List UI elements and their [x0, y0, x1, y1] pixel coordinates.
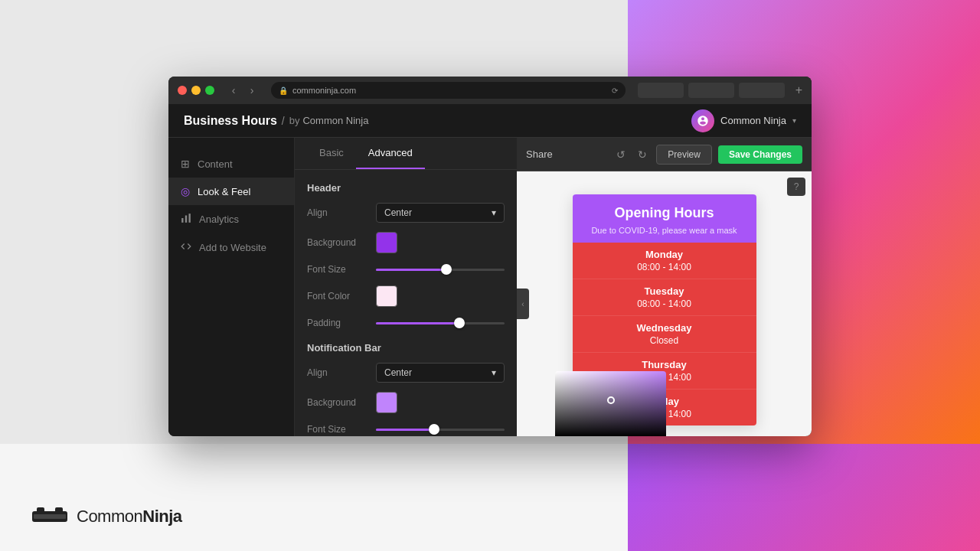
browser-tab-actions — [638, 83, 785, 98]
fontsize-control — [376, 262, 505, 276]
sidebar-item-content[interactable]: ⊞ Content — [168, 150, 294, 178]
notif-align-row: Align Center ▾ — [307, 363, 505, 383]
browser-window: ‹ › 🔒 commoninja.com ⟳ + Business Hours … — [168, 77, 812, 436]
svg-rect-1 — [185, 216, 187, 223]
header-padding-row: Padding — [307, 316, 505, 330]
notif-fontsize-row: Font Size — [307, 422, 505, 436]
sidebar-look-feel-label: Look & Feel — [198, 186, 250, 197]
help-icon[interactable]: ? — [787, 178, 805, 196]
svg-rect-5 — [55, 507, 63, 515]
bg-bottom-right — [628, 444, 980, 551]
widget-title: Opening Hours — [585, 205, 744, 221]
header-align-row: Align Center ▾ — [307, 203, 505, 223]
app-title: Business Hours — [184, 114, 277, 128]
notif-background-control — [376, 392, 505, 413]
redo-button[interactable]: ↻ — [635, 145, 650, 164]
align-chevron: ▾ — [492, 207, 496, 218]
save-button[interactable]: Save Changes — [718, 145, 802, 164]
close-button[interactable] — [178, 86, 187, 95]
browser-tab-2[interactable] — [688, 83, 734, 98]
day-name-thursday: Thursday — [585, 359, 744, 370]
sidebar-content-label: Content — [198, 158, 233, 170]
editor-tabs: Basic Advanced — [295, 138, 517, 170]
notif-align-select[interactable]: Center ▾ — [376, 363, 505, 383]
editor-panel: Basic Advanced Header Align Center ▾ — [295, 138, 517, 436]
browser-chrome: ‹ › 🔒 commoninja.com ⟳ + — [168, 77, 812, 104]
tab-advanced[interactable]: Advanced — [356, 138, 425, 169]
notif-fontsize-label: Font Size — [307, 424, 376, 435]
brand-name: Common Ninja — [302, 115, 368, 126]
analytics-icon — [181, 213, 191, 226]
align-label: Align — [307, 207, 376, 218]
browser-tab-3[interactable] — [739, 83, 785, 98]
tab-basic[interactable]: Basic — [307, 138, 356, 169]
address-bar[interactable]: 🔒 commoninja.com ⟳ — [271, 82, 626, 99]
main-layout: ⊞ Content ◎ Look & Feel Analytics — [168, 138, 812, 436]
user-name: Common Ninja — [720, 115, 786, 126]
back-button[interactable]: ‹ — [227, 83, 240, 97]
header-background-row: Background — [307, 232, 505, 253]
traffic-lights — [178, 86, 214, 95]
day-hours-wednesday: Closed — [585, 335, 744, 346]
widget-day-monday: Monday 08:00 - 14:00 — [573, 243, 756, 279]
title-by: by — [289, 115, 300, 126]
user-menu-chevron[interactable]: ▾ — [792, 116, 796, 125]
day-hours-tuesday: 08:00 - 14:00 — [585, 298, 744, 309]
notif-align-chevron: ▾ — [492, 367, 496, 378]
padding-control — [376, 316, 505, 330]
notif-fontsize-slider[interactable] — [376, 422, 505, 436]
notif-background-row: Background — [307, 392, 505, 413]
background-label: Background — [307, 237, 376, 248]
maximize-button[interactable] — [205, 86, 214, 95]
fontsize-slider[interactable] — [376, 262, 505, 276]
widget-day-tuesday: Tuesday 08:00 - 14:00 — [573, 279, 756, 316]
align-select[interactable]: Center ▾ — [376, 203, 505, 223]
browser-navigation: ‹ › — [227, 83, 259, 97]
svg-rect-6 — [34, 514, 66, 519]
logo-text-bold: Ninja — [142, 507, 181, 526]
bg-bottom-left — [0, 444, 628, 551]
background-swatch[interactable] — [376, 232, 397, 253]
address-text: commoninja.com — [292, 86, 356, 95]
logo-text-regular: Common — [77, 507, 142, 526]
add-website-icon — [181, 241, 191, 254]
day-name-monday: Monday — [585, 249, 744, 260]
forward-button[interactable]: › — [245, 83, 259, 97]
day-name-tuesday: Tuesday — [585, 285, 744, 297]
browser-tab-1[interactable] — [638, 83, 684, 98]
look-feel-icon: ◎ — [181, 185, 190, 197]
header-right: Common Ninja ▾ — [691, 109, 796, 132]
fontcolor-swatch[interactable] — [376, 285, 397, 307]
notif-fontsize-control — [376, 422, 505, 436]
notif-background-swatch[interactable] — [376, 392, 397, 413]
sidebar: ⊞ Content ◎ Look & Feel Analytics — [168, 138, 295, 436]
widget-day-wednesday: Wednesday Closed — [573, 316, 756, 353]
header-fontsize-row: Font Size — [307, 262, 505, 276]
svg-rect-4 — [37, 507, 44, 515]
refresh-icon[interactable]: ⟳ — [612, 86, 618, 95]
new-tab-button[interactable]: + — [795, 83, 802, 97]
notif-align-label: Align — [307, 367, 376, 378]
undo-button[interactable]: ↺ — [613, 145, 629, 164]
ninja-logo-icon — [31, 505, 69, 528]
bottom-logo: CommonNinja — [31, 505, 182, 528]
content-icon: ⊞ — [181, 158, 190, 170]
day-name-wednesday: Wednesday — [585, 322, 744, 334]
notif-background-label: Background — [307, 397, 376, 408]
sidebar-item-add-website[interactable]: Add to Website — [168, 233, 294, 262]
sidebar-item-analytics[interactable]: Analytics — [168, 205, 294, 233]
minimize-button[interactable] — [191, 86, 201, 95]
widget-header: Opening Hours Due to COVID-19, please we… — [573, 194, 756, 243]
header-section-title: Header — [307, 182, 505, 194]
padding-slider[interactable] — [376, 316, 505, 330]
padding-label: Padding — [307, 318, 376, 328]
background-control — [376, 232, 505, 253]
preview-button[interactable]: Preview — [656, 145, 712, 165]
fontsize-label: Font Size — [307, 264, 376, 275]
collapse-panel-button[interactable]: ‹ — [517, 289, 529, 319]
fontcolor-label: Font Color — [307, 291, 376, 302]
svg-rect-0 — [181, 218, 183, 223]
sidebar-item-look-feel[interactable]: ◎ Look & Feel — [168, 178, 294, 205]
header-fontcolor-row: Font Color — [307, 285, 505, 307]
editor-content: Header Align Center ▾ Backgroun — [295, 170, 517, 436]
